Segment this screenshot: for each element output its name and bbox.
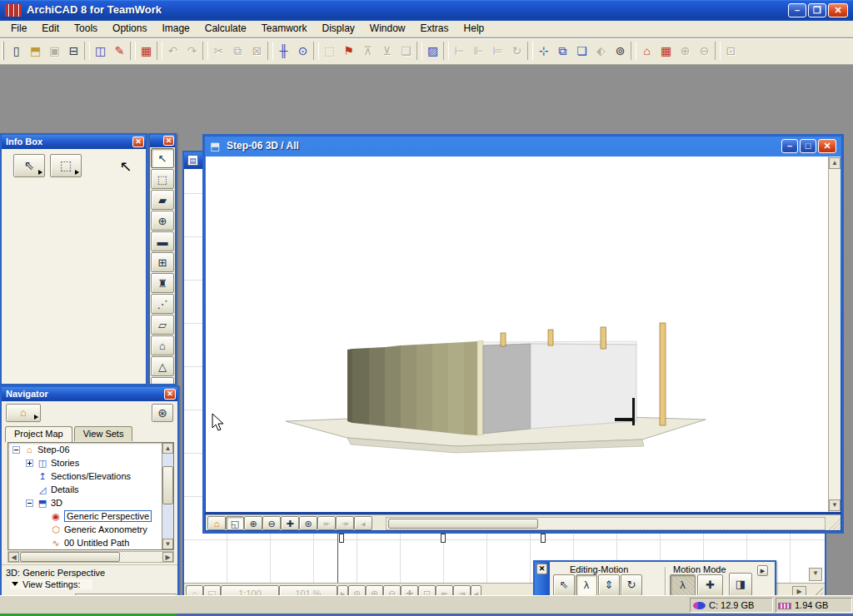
walk-mode-button[interactable]: λ [576,574,597,596]
tab-view-sets[interactable]: View Sets [74,426,133,441]
menu-edit[interactable]: Edit [34,21,67,37]
new-document-icon[interactable]: ▯ [7,42,26,61]
viewport-3d-canvas[interactable] [206,156,829,512]
teamwork-icon[interactable]: ▦ [137,42,156,61]
menu-file[interactable]: File [3,21,34,37]
fit-in-window-icon[interactable]: ⊡ [721,42,741,61]
dim-interior-icon[interactable]: ⊨ [488,42,507,61]
scroll-down-icon[interactable]: ▼ [809,568,822,581]
vp-pan-button[interactable]: ✚ [281,516,299,530]
close-icon[interactable]: ✕ [132,137,144,147]
toolbox-title-bar[interactable]: ✕ [150,135,175,147]
window-tool[interactable]: ⊞ [151,252,174,272]
motion-pan-button[interactable]: ✚ [697,574,723,596]
scrollbar-thumb[interactable] [20,552,120,562]
tab-project-map[interactable]: Project Map [5,426,72,442]
slab-tool[interactable]: ▱ [151,315,174,335]
redo-icon[interactable]: ↷ [182,42,202,61]
arrow-tool[interactable]: ↖ [151,148,174,168]
viewport-vertical-scrollbar[interactable]: ▲ ▼ [828,156,841,512]
edit-mode-button[interactable]: ⇖ [553,574,575,596]
publisher-icon[interactable]: ◫ [91,42,110,61]
origin-icon[interactable]: ⊹ [534,42,553,61]
tree-sections-elevations[interactable]: ↥Sections/Elevations [8,469,173,483]
tree-untitled-path[interactable]: ∿00 Untitled Path [8,536,173,549]
dim-auto-icon[interactable]: ⊢ [450,42,469,61]
tree-expander-icon[interactable] [12,446,20,454]
close-icon[interactable]: ✕ [164,389,176,400]
close-icon[interactable]: ✕ [536,564,547,574]
info-box-title-bar[interactable]: Info Box ✕ [2,135,146,149]
scroll-right-icon[interactable]: ▶ [162,552,173,562]
undo-icon[interactable]: ↶ [163,42,182,61]
paste-icon[interactable]: ⊠ [247,42,267,61]
palette-flyout-icon[interactable]: ▶ [757,565,768,576]
close-button[interactable]: ✕ [828,3,848,17]
menu-options[interactable]: Options [105,21,154,37]
tree-step-06[interactable]: ⌂Step-06 [8,443,173,456]
viewport-maximize-button[interactable]: □ [800,139,816,153]
find-select-icon[interactable]: ⊙ [293,42,312,61]
viewport-minimize-button[interactable]: – [781,139,798,153]
menu-window[interactable]: Window [362,21,413,37]
scroll-down-icon[interactable]: ▼ [162,539,173,549]
scroll-up-icon[interactable]: ▲ [829,157,841,169]
menu-help[interactable]: Help [456,21,492,37]
marquee-tool[interactable]: ⬚ [151,169,174,189]
dim-exterior-icon[interactable]: ⊩ [469,42,488,61]
tree-3d[interactable]: ⬒3D [8,496,173,509]
paste-settings-icon[interactable]: ❏ [572,42,591,61]
markup-flag-icon[interactable]: ⚑ [339,42,358,61]
menu-tools[interactable]: Tools [67,21,105,37]
vp-scroll-left-button[interactable]: ◂ [354,516,372,530]
orbit-camera-button[interactable]: ↻ [621,574,642,596]
motion-walk-button[interactable]: λ [670,574,696,596]
restore-button[interactable]: ❐ [808,3,826,17]
vp-fit-button[interactable]: ⊛ [299,516,317,530]
marquee-options-button[interactable]: ⬚ [50,154,82,177]
print-icon[interactable]: ⊟ [64,42,83,61]
toolbar-grip[interactable] [2,42,4,60]
view-door-button[interactable]: ◨ [729,573,752,596]
close-icon[interactable]: ✕ [163,136,174,146]
publisher-button[interactable]: ⊛ [152,404,173,422]
menu-image[interactable]: Image [154,21,197,37]
copy-settings-icon[interactable]: ⧉ [553,42,572,61]
resize-grip[interactable] [827,516,841,530]
copy-icon[interactable]: ⧉ [228,42,247,61]
vp-navigator-button[interactable]: ⌂ [207,516,226,530]
send-to-bottom-icon[interactable]: ⊻ [377,42,397,61]
minimize-button[interactable]: – [788,3,806,17]
elevate-camera-button[interactable]: ⇕ [598,574,620,596]
tree-generic-axonometry[interactable]: ⬡Generic Axonometry [8,523,173,536]
marquee-view-icon[interactable]: ⬚ [320,42,339,61]
cut-icon[interactable]: ✂ [209,42,228,61]
roof-tool[interactable]: ⌂ [151,335,174,355]
viewport-close-button[interactable]: ✕ [818,139,836,153]
menu-extras[interactable]: Extras [413,21,456,37]
bring-to-top-icon[interactable]: ⊼ [358,42,377,61]
dim-update-icon[interactable]: ↻ [507,42,526,61]
tree-vertical-scrollbar[interactable]: ▲ ▼ [162,443,173,549]
scrollbar-thumb[interactable] [388,519,538,529]
scroll-up-icon[interactable]: ▲ [162,443,173,454]
dimension-tool[interactable]: 1.2. [151,377,174,385]
mesh-tool[interactable]: △ [151,356,174,376]
home-story-icon[interactable]: ⌂ [637,42,656,61]
column-tool[interactable]: ⊕ [151,211,174,231]
tree-horizontal-scrollbar[interactable]: ◀ ▶ [7,551,174,563]
stair-tool[interactable]: ⋰ [151,294,174,314]
tree-stories[interactable]: ◫Stories [8,456,173,469]
project-chooser-button[interactable]: ⌂ [6,404,41,422]
beam-tool[interactable]: ▬ [151,231,174,251]
markup-pen-icon[interactable]: ✎ [110,42,129,61]
vp-zoom-out-button[interactable]: ⊖ [262,516,281,530]
wall-tool[interactable]: ▰ [151,190,174,210]
viewport-horizontal-scrollbar[interactable] [386,517,826,530]
arrow-options-button[interactable]: ⇖ [13,154,45,177]
menu-teamwork[interactable]: Teamwork [254,21,315,37]
tree-generic-perspective[interactable]: ◉Generic Perspective [8,509,173,523]
dimension-icon[interactable]: ╫ [274,42,293,61]
vp-prev-zoom-button[interactable]: ↞ [317,516,336,530]
rebuild-icon[interactable]: ▦ [656,42,676,61]
